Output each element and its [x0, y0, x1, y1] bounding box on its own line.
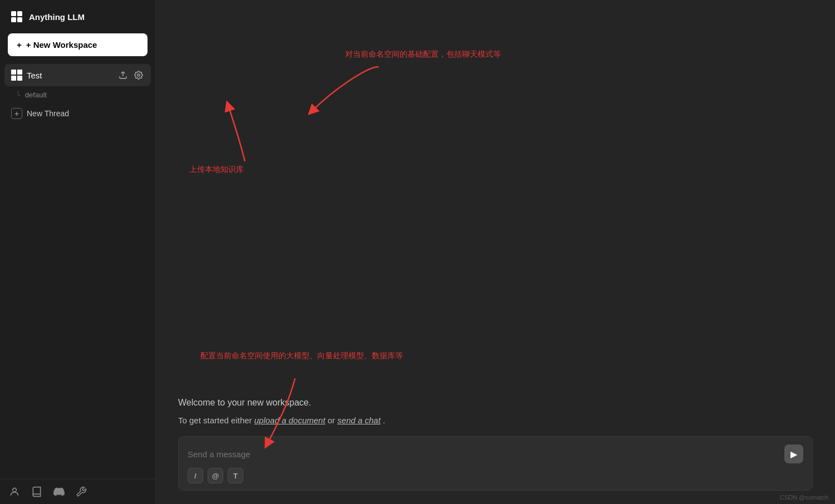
- workspace-grid-icon: [11, 70, 22, 81]
- book-icon[interactable]: [31, 486, 42, 497]
- upload-button[interactable]: [117, 70, 129, 81]
- sidebar-header: Anything LLM: [0, 0, 155, 29]
- new-thread-button[interactable]: + New Thread: [4, 103, 151, 123]
- new-workspace-button[interactable]: + + New Workspace: [8, 33, 148, 56]
- welcome-subtext: To get started either upload a document …: [178, 414, 813, 427]
- workspace-item[interactable]: Test: [4, 64, 151, 86]
- chat-input[interactable]: [188, 449, 780, 459]
- default-thread-label: default: [25, 91, 47, 99]
- slash-label: /: [194, 472, 197, 480]
- workspace-name: Test: [27, 71, 113, 80]
- default-thread: └ default: [0, 87, 155, 101]
- sidebar: Anything LLM + + New Workspace Test: [0, 0, 156, 504]
- svg-point-6: [13, 488, 17, 492]
- send-chat-link[interactable]: send a chat: [337, 416, 381, 425]
- new-workspace-label: + New Workspace: [26, 40, 97, 50]
- main-content: Welcome to your new workspace. To get st…: [156, 0, 835, 504]
- wrench-icon[interactable]: [76, 486, 87, 497]
- svg-rect-2: [11, 17, 16, 22]
- plus-icon: +: [11, 108, 22, 119]
- svg-rect-3: [17, 17, 22, 22]
- welcome-section: Welcome to your new workspace. To get st…: [178, 396, 813, 427]
- discord-icon[interactable]: [53, 486, 65, 497]
- or-text: or: [328, 416, 338, 425]
- svg-rect-0: [11, 11, 16, 16]
- chat-input-row: ▶: [188, 444, 803, 463]
- welcome-title: Welcome to your new workspace.: [178, 396, 813, 409]
- app-logo: [9, 9, 24, 24]
- settings-button[interactable]: [133, 70, 144, 81]
- sidebar-bottom: [0, 479, 155, 504]
- chat-toolbar: / @ T: [188, 463, 803, 486]
- period-text: .: [383, 416, 385, 425]
- welcome-sub-text: To get started either: [178, 416, 252, 425]
- chat-area: Welcome to your new workspace. To get st…: [156, 0, 835, 504]
- app-title: Anything LLM: [29, 12, 85, 22]
- slash-command-button[interactable]: /: [188, 468, 203, 483]
- plus-icon: +: [17, 40, 22, 50]
- svg-point-5: [137, 74, 140, 76]
- new-thread-label: New Thread: [27, 109, 69, 118]
- workspace-actions: [117, 70, 144, 81]
- at-label: @: [212, 472, 219, 480]
- upload-document-link[interactable]: upload a document: [254, 416, 326, 425]
- send-icon: ▶: [790, 449, 797, 459]
- chat-input-container: ▶ / @ T: [178, 436, 813, 491]
- agent-icon[interactable]: [9, 486, 20, 497]
- text-format-button[interactable]: T: [228, 468, 243, 483]
- svg-rect-1: [17, 11, 22, 16]
- mention-button[interactable]: @: [208, 468, 223, 483]
- watermark: CSDN @sumatch: [780, 494, 828, 501]
- T-label: T: [233, 472, 238, 480]
- send-button[interactable]: ▶: [784, 444, 803, 463]
